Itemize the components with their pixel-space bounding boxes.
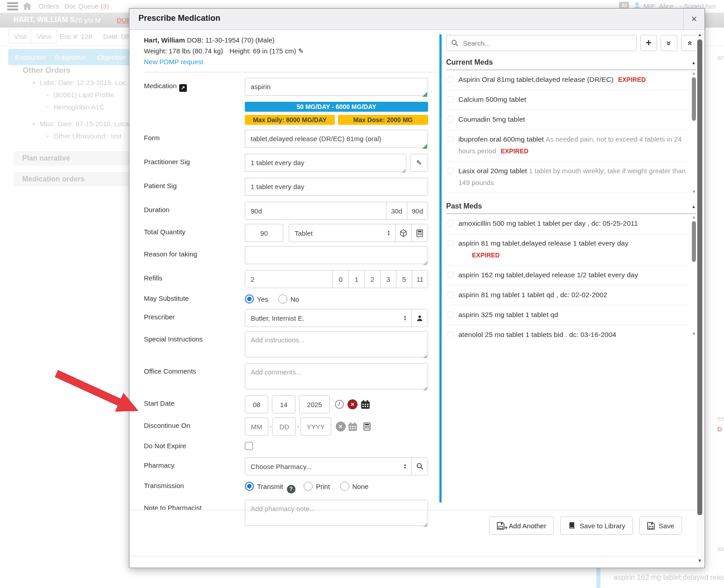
refills-quick-5[interactable]: 5 — [396, 270, 412, 288]
discontinue-month-input[interactable] — [245, 417, 268, 436]
special-instructions-input[interactable] — [245, 331, 428, 357]
tab-objective[interactable]: Objective — [90, 49, 133, 65]
duration-calculator-icon[interactable] — [363, 422, 371, 431]
add-med-button[interactable]: + — [640, 35, 657, 51]
quantity-unit-select[interactable]: Tablet ▲▼ — [289, 224, 395, 242]
calendar-icon[interactable] — [361, 400, 370, 409]
med-list-item[interactable]: Coumadin 5mg tablet — [446, 110, 689, 130]
help-icon[interactable]: ? — [287, 485, 295, 493]
start-day-input[interactable] — [272, 395, 295, 413]
edit-sig-button[interactable]: ✎ — [410, 154, 428, 172]
nav-orders[interactable]: Orders — [38, 2, 59, 10]
practitioner-sig-input[interactable]: 1 tablet every day — [245, 154, 406, 172]
scroll-down-icon[interactable]: ▼ — [696, 558, 703, 563]
collapse-all-button[interactable]: » — [661, 35, 677, 51]
scroll-up-icon[interactable]: ▲ — [696, 32, 703, 37]
refills-quick-3[interactable]: 3 — [380, 270, 396, 288]
med-list-item[interactable]: Calcium 500mg tablet — [446, 90, 689, 110]
special-instructions-label: Special Instructions — [144, 331, 245, 359]
duration-input[interactable] — [245, 202, 386, 219]
med-list-item[interactable]: atenolol 25 mg tablet 1 tablets bid , dc… — [446, 325, 689, 337]
scrollbar-thumb[interactable] — [692, 77, 696, 121]
tab-subjective[interactable]: Subjective — [48, 49, 93, 65]
save-button[interactable]: Save — [639, 517, 682, 535]
pharmacy-select[interactable]: Choose Pharmacy... ▲▼ — [245, 458, 411, 475]
none-label: None — [352, 483, 369, 490]
clock-icon[interactable] — [334, 399, 344, 409]
duration-quick-90d[interactable]: 90d — [407, 202, 428, 219]
patient-sig-input[interactable]: 1 tablet every day — [245, 178, 428, 196]
form-input[interactable]: tablet,delayed release (DR/EC) 81mg (ora… — [245, 130, 428, 148]
refills-input[interactable] — [245, 270, 333, 288]
save-to-library-button[interactable]: Save to Library — [560, 517, 633, 535]
substitute-yes-radio[interactable] — [245, 294, 254, 303]
expired-badge: EXPIRED — [618, 76, 646, 83]
close-icon[interactable]: × — [683, 9, 705, 29]
pharmacy-search-button[interactable] — [411, 458, 428, 475]
discontinue-year-input[interactable] — [300, 417, 331, 436]
nav-doc-queue[interactable]: Doc Queue (3) — [64, 2, 109, 10]
add-another-button[interactable]: + Add Another — [489, 517, 554, 535]
med-list-item[interactable]: aspirin 81 mg tablet 1 tablet qd , dc: 0… — [446, 285, 689, 305]
med-list-item[interactable]: aspirin 81 mg tablet,delayed release 1 t… — [446, 234, 689, 266]
clear-start-date-icon[interactable]: ✕ — [348, 399, 357, 409]
medication-orders-section[interactable]: Medication orders — [14, 172, 129, 186]
office-comments-input[interactable] — [245, 363, 428, 389]
tab-encounter[interactable]: Encounter — [8, 49, 52, 65]
start-year-input[interactable] — [299, 395, 330, 413]
duration-quick-30d[interactable]: 30d — [386, 202, 407, 219]
print-radio[interactable] — [304, 482, 313, 491]
select-arrows-icon: ▲▼ — [387, 230, 391, 236]
new-pdmp-request-link[interactable]: New PDMP request — [144, 57, 203, 67]
patient-name: Hart, William — [144, 36, 185, 44]
medication-input[interactable]: aspirin — [245, 78, 428, 96]
med-list-item[interactable]: Lisinopril 10mg tabletEXPIRED — [446, 193, 689, 195]
med-list-item[interactable]: amoxicillin 500 mg tablet 1 tablet per d… — [446, 214, 689, 234]
meds-search-input[interactable] — [462, 39, 632, 47]
reason-input[interactable] — [245, 246, 428, 264]
patient-height: Height: 69 in (175 cm) — [229, 47, 296, 55]
visit-button[interactable]: Visit — [8, 29, 33, 43]
refills-quick-11[interactable]: 11 — [412, 270, 428, 288]
calendar-icon[interactable] — [348, 422, 357, 432]
med-list-item[interactable]: aspirin 162 mg tablet,delayed release 1/… — [446, 266, 689, 285]
select-arrows-icon: ▲▼ — [403, 463, 407, 469]
start-month-input[interactable] — [245, 395, 268, 413]
menu-icon[interactable] — [7, 2, 18, 4]
substitute-no-radio[interactable] — [278, 294, 287, 303]
total-quantity-input[interactable] — [245, 224, 283, 242]
view-button[interactable]: View — [31, 29, 57, 43]
scrollbar-thumb[interactable] — [692, 221, 696, 262]
past-meds-header[interactable]: Past Meds ▲ — [446, 199, 698, 214]
discontinue-day-input[interactable] — [272, 417, 296, 436]
med-list-item[interactable]: Aspirin Oral 81mg tablet,delayed release… — [446, 70, 689, 90]
med-list-item[interactable]: ibuprofen oral 600mg tablet As needed pa… — [446, 130, 689, 161]
edit-vitals-icon[interactable]: ✎ — [298, 47, 304, 55]
external-link-icon[interactable]: ↗ — [179, 84, 187, 92]
dispense-package-button[interactable] — [395, 224, 411, 242]
prescriber-select[interactable]: Butler, Internist E. ▲▼ — [245, 309, 411, 327]
none-radio[interactable] — [340, 482, 349, 491]
transmit-radio[interactable] — [245, 482, 254, 491]
med-list-item[interactable]: aspirin 325 mg tablet 1 tablet qd — [446, 305, 689, 325]
print-label: Print — [316, 483, 330, 490]
current-meds-header[interactable]: Current Meds ▲ — [446, 55, 698, 70]
dialog-scrollbar[interactable]: ▲ ▼ — [696, 31, 703, 564]
plan-narrative-section[interactable]: Plan narrative — [14, 151, 129, 166]
med-list-item[interactable]: Lasix oral 20mg tablet 1 tablet by mouth… — [446, 161, 689, 193]
refills-quick-1[interactable]: 1 — [348, 270, 364, 288]
reason-label: Reason for taking — [144, 246, 245, 266]
screen: Orders Doc Queue (3) AI MIE, Alice - Sup… — [0, 0, 724, 588]
patient-dob: DOB: 11-30-1954 (70) (Male) — [187, 36, 275, 44]
prescriber-lookup-button[interactable] — [411, 309, 428, 327]
do-not-expire-checkbox[interactable] — [245, 442, 253, 450]
scrollbar-thumb[interactable] — [697, 39, 702, 515]
refills-quick-0[interactable]: 0 — [333, 270, 348, 288]
clear-discontinue-date-icon[interactable]: ✕ — [336, 422, 346, 432]
home-icon[interactable] — [23, 2, 32, 10]
expand-all-button[interactable]: » — [681, 35, 698, 51]
doctor-icon — [416, 315, 423, 322]
refills-quick-2[interactable]: 2 — [364, 270, 380, 288]
past-meds-list: amoxicillin 500 mg tablet 1 tablet per d… — [446, 214, 698, 337]
quantity-calculator-button[interactable] — [411, 224, 428, 242]
